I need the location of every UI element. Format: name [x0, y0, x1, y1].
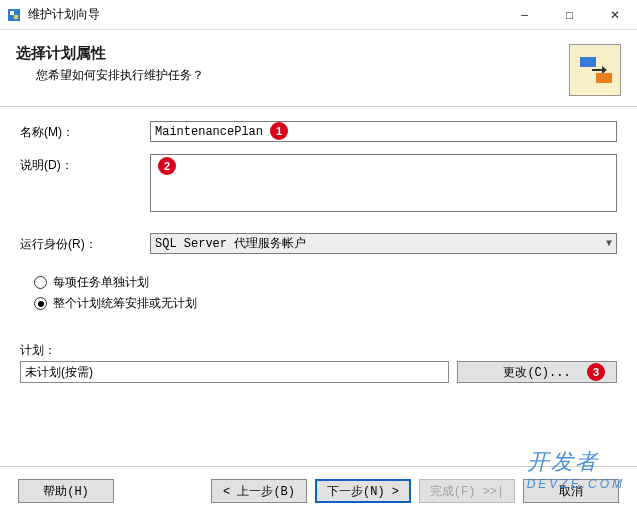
name-input[interactable] [150, 121, 617, 142]
name-label: 名称(M)： [20, 121, 150, 141]
schedule-label: 计划： [20, 342, 617, 359]
runas-select[interactable]: SQL Server 代理服务帐户 ▼ [150, 233, 617, 254]
next-button[interactable]: 下一步(N) > [315, 479, 411, 503]
app-icon [6, 7, 22, 23]
finish-button: 完成(F) >>| [419, 479, 515, 503]
desc-textarea[interactable] [150, 154, 617, 212]
radio-label-2: 整个计划统筹安排或无计划 [53, 295, 197, 312]
chevron-down-icon: ▼ [606, 238, 612, 249]
cancel-button[interactable]: 取消 [523, 479, 619, 503]
runas-value: SQL Server 代理服务帐户 [155, 235, 606, 252]
close-button[interactable]: ✕ [592, 0, 637, 29]
wizard-icon [569, 44, 621, 96]
schedule-input: 未计划(按需) [20, 361, 449, 383]
window-title: 维护计划向导 [28, 6, 502, 23]
radio-single-plan[interactable]: 整个计划统筹安排或无计划 [34, 295, 617, 312]
minimize-button[interactable]: – [502, 0, 547, 29]
desc-label: 说明(D)： [20, 154, 150, 174]
back-button[interactable]: < 上一步(B) [211, 479, 307, 503]
page-title: 选择计划属性 [16, 44, 569, 63]
radio-icon [34, 276, 47, 289]
maximize-button[interactable]: □ [547, 0, 592, 29]
runas-label: 运行身份(R)： [20, 233, 150, 253]
radio-per-task[interactable]: 每项任务单独计划 [34, 274, 617, 291]
svg-rect-1 [10, 11, 14, 15]
change-button[interactable]: 更改(C)... [457, 361, 617, 383]
page-subtitle: 您希望如何安排执行维护任务？ [16, 67, 569, 84]
svg-rect-2 [14, 15, 18, 19]
radio-label-1: 每项任务单独计划 [53, 274, 149, 291]
radio-icon [34, 297, 47, 310]
help-button[interactable]: 帮助(H) [18, 479, 114, 503]
